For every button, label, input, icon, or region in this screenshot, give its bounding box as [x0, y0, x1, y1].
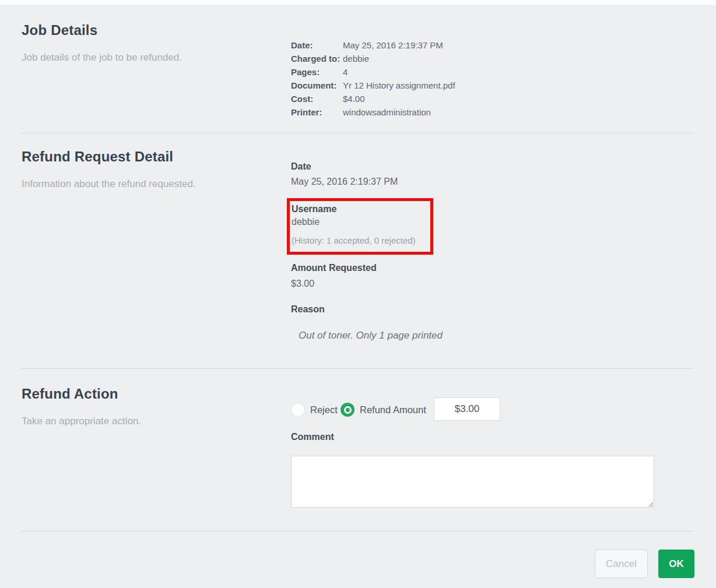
- request-date-label: Date: [291, 161, 311, 172]
- amount-requested-label: Amount Requested: [291, 263, 377, 273]
- request-date-value: May 25, 2016 2:19:37 PM: [291, 177, 398, 187]
- job-details-subtitle: Job details of the job to be refunded.: [22, 52, 182, 64]
- reject-radio[interactable]: [291, 403, 305, 417]
- ok-button[interactable]: OK: [658, 550, 694, 578]
- job-detail-label: Pages:: [291, 65, 343, 79]
- job-detail-value: $4.00: [343, 92, 365, 105]
- job-detail-row-cost: Cost: $4.00: [291, 92, 455, 105]
- refund-request-title: Refund Request Detail: [22, 149, 173, 165]
- comment-label: Comment: [291, 432, 334, 442]
- job-detail-value: 4: [343, 65, 348, 79]
- radio-dot: [346, 408, 350, 412]
- job-detail-value: windowsadministration: [343, 105, 431, 119]
- footer-divider: [22, 531, 694, 531]
- refund-request-subtitle: Information about the refund requested.: [22, 178, 196, 190]
- username-label: Username: [292, 204, 430, 214]
- cancel-button[interactable]: Cancel: [595, 550, 648, 578]
- job-detail-row-printer: Printer: windowsadministration: [291, 105, 455, 119]
- reason-label: Reason: [291, 304, 325, 315]
- refund-amount-radio[interactable]: [341, 403, 355, 417]
- comment-textarea[interactable]: [291, 456, 654, 508]
- username-value: debbie: [292, 217, 430, 227]
- job-details-title: Job Details: [22, 22, 97, 38]
- refund-amount-input[interactable]: [434, 397, 500, 421]
- reason-value: Out of toner. Only 1 page printed: [299, 330, 443, 341]
- username-history-note: (History: 1 accepted, 0 rejected): [292, 235, 430, 245]
- job-detail-row-document: Document: Yr 12 History assignment.pdf: [291, 79, 455, 92]
- job-detail-label: Printer:: [291, 105, 343, 119]
- refund-amount-radio-label[interactable]: Refund Amount: [360, 404, 426, 416]
- job-details-list: Date: May 25, 2016 2:19:37 PM Charged to…: [291, 38, 455, 119]
- job-detail-row-date: Date: May 25, 2016 2:19:37 PM: [291, 38, 455, 52]
- section-divider: [22, 133, 694, 133]
- amount-requested-value: $3.00: [291, 279, 314, 289]
- job-detail-label: Document:: [291, 79, 343, 92]
- job-detail-value: Yr 12 History assignment.pdf: [343, 79, 455, 92]
- job-detail-row-charged-to: Charged to: debbie: [291, 52, 455, 65]
- job-detail-label: Date:: [291, 38, 343, 52]
- radio-ring: [344, 406, 352, 414]
- job-detail-value: debbie: [343, 52, 369, 65]
- refund-action-subtitle: Take an appropriate action.: [22, 416, 141, 427]
- top-edge-strip: [0, 0, 716, 5]
- job-detail-label: Cost:: [291, 92, 343, 105]
- job-detail-label: Charged to:: [291, 52, 343, 65]
- refund-action-title: Refund Action: [22, 386, 118, 402]
- section-divider: [22, 368, 694, 369]
- job-detail-value: May 25, 2016 2:19:37 PM: [343, 38, 443, 52]
- username-highlight-box: Username debbie (History: 1 accepted, 0 …: [287, 198, 433, 255]
- job-detail-row-pages: Pages: 4: [291, 65, 455, 79]
- reject-radio-label[interactable]: Reject: [310, 404, 338, 416]
